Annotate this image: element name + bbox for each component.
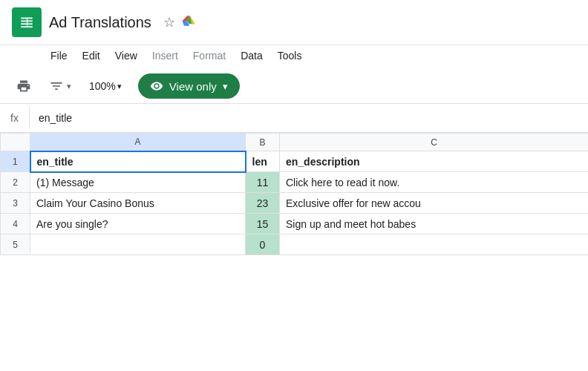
view-only-chevron: ▾	[223, 81, 228, 92]
document-title: Ad Translations	[49, 14, 151, 31]
cell-c4[interactable]: Sign up and meet hot babes	[280, 214, 589, 234]
row-num-1[interactable]: 1	[1, 151, 30, 172]
col-header-b[interactable]: B	[246, 134, 280, 151]
table-row: 2 (1) Message 11 Click here to read it n…	[1, 172, 589, 193]
menu-insert[interactable]: Insert	[146, 47, 184, 65]
cell-a3[interactable]: Claim Your Casino Bonus	[30, 193, 246, 214]
cell-b2[interactable]: 11	[246, 172, 280, 193]
cell-b4[interactable]: 15	[246, 214, 280, 234]
menu-file[interactable]: File	[45, 47, 74, 65]
table-row: 3 Claim Your Casino Bonus 23 Exclusive o…	[1, 193, 589, 214]
svg-rect-5	[27, 18, 27, 28]
title-icons: ☆	[163, 13, 196, 31]
cell-c5[interactable]	[280, 234, 589, 255]
table-row: 5 0	[1, 234, 589, 255]
menu-format[interactable]: Format	[187, 47, 232, 65]
cell-c3[interactable]: Exclusive offer for new accou	[280, 193, 589, 214]
filter-button[interactable]: ▾	[45, 76, 76, 96]
cell-b3[interactable]: 23	[246, 193, 280, 214]
print-button[interactable]	[12, 76, 36, 96]
cell-b5[interactable]: 0	[246, 234, 280, 255]
menu-edit[interactable]: Edit	[76, 47, 106, 65]
app-logo	[12, 7, 42, 37]
cell-c2[interactable]: Click here to read it now.	[280, 172, 589, 193]
zoom-value: 100%	[89, 80, 116, 92]
formula-label: fx	[0, 107, 30, 129]
sheet-table: A B C 1 en_title len en_description 2 (1…	[0, 133, 588, 255]
menu-tools[interactable]: Tools	[272, 47, 308, 65]
cell-a5[interactable]	[30, 234, 246, 255]
filter-chevron: ▾	[67, 82, 71, 91]
row-num-4[interactable]: 4	[1, 214, 30, 234]
title-bar: Ad Translations ☆	[0, 0, 588, 45]
zoom-control[interactable]: 100% ▾	[85, 77, 126, 95]
zoom-chevron: ▾	[117, 82, 122, 91]
cell-c1[interactable]: en_description	[280, 151, 589, 172]
cell-b1[interactable]: len	[246, 151, 280, 172]
formula-bar: fx	[0, 104, 588, 133]
cell-a4[interactable]: Are you single?	[30, 214, 246, 234]
view-only-button[interactable]: View only ▾	[138, 73, 240, 99]
row-num-5[interactable]: 5	[1, 234, 30, 255]
fx-label: fx	[10, 112, 19, 124]
star-icon[interactable]: ☆	[163, 14, 175, 30]
row-num-3[interactable]: 3	[1, 193, 30, 214]
toolbar: ▾ 100% ▾ View only ▾	[0, 69, 588, 104]
cell-a1[interactable]: en_title	[30, 151, 246, 172]
cell-a2[interactable]: (1) Message	[30, 172, 246, 193]
menu-data[interactable]: Data	[235, 47, 269, 65]
formula-input[interactable]	[30, 112, 588, 124]
table-row: 1 en_title len en_description	[1, 151, 589, 172]
menu-view[interactable]: View	[109, 47, 143, 65]
col-header-c[interactable]: C	[280, 134, 589, 151]
table-row: 4 Are you single? 15 Sign up and meet ho…	[1, 214, 589, 234]
spreadsheet: A B C 1 en_title len en_description 2 (1…	[0, 133, 588, 255]
row-num-2[interactable]: 2	[1, 172, 30, 193]
col-header-a[interactable]: A	[30, 134, 246, 151]
view-only-label: View only	[169, 80, 217, 93]
menu-bar: File Edit View Insert Format Data Tools	[0, 45, 588, 69]
drive-icon[interactable]	[181, 13, 196, 31]
corner-cell	[1, 134, 30, 151]
